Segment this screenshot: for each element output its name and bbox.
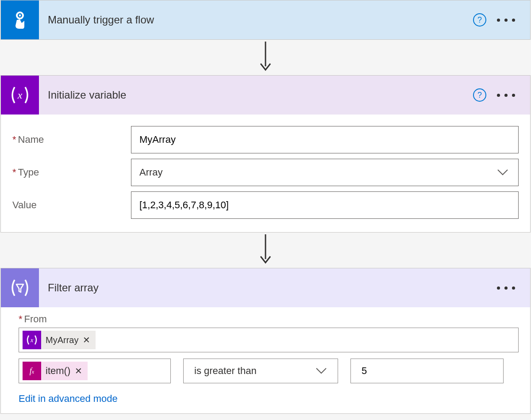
condition-right-input[interactable]: [362, 365, 499, 377]
condition-operator-select[interactable]: is greater than: [183, 359, 338, 383]
trigger-card-header[interactable]: Manually trigger a flow ?: [1, 0, 530, 39]
edit-advanced-mode-link[interactable]: Edit in advanced mode: [19, 393, 118, 405]
filter-array-title: Filter array: [39, 282, 497, 294]
expression-token[interactable]: fx item() ✕: [23, 362, 88, 380]
condition-row: fx item() ✕ is greater than: [19, 359, 519, 383]
filter-array-card: Filter array *From x MyArray ✕: [0, 268, 531, 414]
variable-icon: x: [23, 331, 41, 349]
from-token-label: MyArray: [46, 335, 78, 345]
function-icon: fx: [23, 362, 41, 380]
variable-icon: x: [1, 76, 39, 115]
from-field[interactable]: x MyArray ✕: [19, 328, 519, 352]
value-field[interactable]: [131, 191, 519, 219]
type-select[interactable]: Array: [131, 159, 519, 186]
type-label: *Type: [12, 167, 131, 178]
value-label: Value: [12, 199, 131, 211]
chevron-down-icon: [497, 169, 508, 176]
expression-token-label: item(): [46, 365, 70, 377]
chevron-down-icon: [316, 367, 327, 374]
help-icon[interactable]: ?: [473, 88, 486, 102]
value-input[interactable]: [139, 199, 510, 211]
name-label: *Name: [12, 134, 131, 145]
svg-text:x: x: [17, 89, 23, 101]
connector-arrow: [0, 233, 531, 268]
from-label: *From: [19, 313, 519, 325]
initialize-variable-title: Initialize variable: [39, 89, 473, 101]
connector-arrow: [0, 40, 531, 75]
filter-icon: [1, 268, 39, 307]
svg-text:x: x: [30, 337, 34, 344]
initialize-variable-card: x Initialize variable ? *Name *Type Arra…: [0, 75, 531, 233]
filter-array-body: *From x MyArray ✕ fx: [1, 307, 530, 413]
from-token[interactable]: x MyArray ✕: [23, 331, 96, 349]
condition-right-field[interactable]: [350, 359, 504, 383]
filter-array-header[interactable]: Filter array: [1, 268, 530, 307]
condition-operator-value: is greater than: [194, 365, 257, 377]
more-menu-button[interactable]: [497, 19, 515, 22]
name-field[interactable]: [131, 126, 519, 153]
type-select-value: Array: [139, 167, 163, 178]
svg-point-1: [19, 15, 21, 17]
trigger-card-title: Manually trigger a flow: [39, 14, 473, 26]
name-input[interactable]: [139, 134, 510, 145]
trigger-card: Manually trigger a flow ?: [0, 0, 531, 40]
more-menu-button[interactable]: [497, 94, 515, 97]
more-menu-button[interactable]: [497, 286, 515, 290]
remove-token-icon[interactable]: ✕: [83, 335, 90, 345]
remove-token-icon[interactable]: ✕: [75, 366, 82, 376]
help-icon[interactable]: ?: [473, 13, 486, 27]
initialize-variable-body: *Name *Type Array Value: [1, 115, 530, 232]
condition-left-field[interactable]: fx item() ✕: [19, 359, 171, 383]
manual-trigger-icon: [1, 0, 39, 39]
initialize-variable-header[interactable]: x Initialize variable ?: [1, 76, 530, 115]
